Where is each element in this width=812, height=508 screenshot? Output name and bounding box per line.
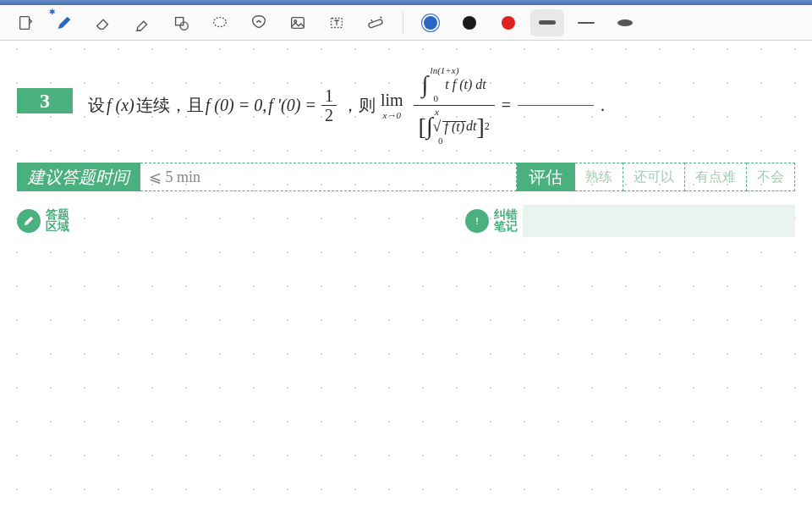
stroke-thin[interactable] (569, 9, 603, 36)
fraction-half: 1 2 (321, 86, 337, 124)
notes-area-label: 纠错 笔记 (465, 205, 795, 237)
bluetooth-icon: ✱ (49, 8, 56, 16)
pen-tool-icon[interactable]: ✱ (47, 9, 81, 36)
svg-rect-1 (176, 17, 184, 25)
shape-tool-icon[interactable] (164, 9, 198, 36)
time-value: ⩽ 5 min (140, 163, 517, 191)
svg-rect-0 (20, 16, 30, 29)
info-strip: 建议答题时间 ⩽ 5 min 评估 熟练 还可以 有点难 不会 (17, 163, 795, 191)
toolbar-divider (403, 12, 403, 34)
eval-opt-1[interactable]: 还可以 (623, 163, 685, 191)
color-red[interactable] (491, 9, 525, 36)
sticker-icon[interactable] (242, 9, 276, 36)
stroke-thick[interactable] (530, 9, 564, 36)
section-labels: 答题 区域 纠错 笔记 (17, 205, 795, 237)
toolbar: ✱ (0, 5, 812, 41)
svg-rect-7 (368, 19, 382, 28)
page-canvas[interactable]: 3 设 f (x) 连续，且 f (0) = 0, f ′(0) = 1 2 ，… (0, 41, 812, 508)
denominator-integral: x ∫ √f (t) dt 0 (426, 108, 477, 145)
svg-point-2 (180, 22, 188, 30)
stroke-oval[interactable] (608, 9, 642, 36)
pencil-circle-icon (17, 209, 41, 233)
text-tool-icon[interactable] (320, 9, 354, 36)
notes-highlight-box (523, 205, 795, 237)
color-black[interactable] (453, 9, 486, 36)
main-fraction: ln(1+x) ∫t f (t) dt 0 [ x ∫ √f (t) dt 0 (414, 64, 495, 147)
question-number: 3 (17, 88, 73, 113)
answer-blank (518, 105, 594, 106)
alert-circle-icon (465, 209, 489, 233)
color-blue[interactable] (414, 9, 447, 36)
limit: lim x→0 (381, 91, 403, 120)
lasso-icon[interactable] (203, 9, 237, 36)
eraser-icon[interactable] (86, 9, 120, 36)
highlighter-icon[interactable] (125, 9, 159, 36)
image-icon[interactable] (281, 9, 315, 36)
eval-label: 评估 (517, 163, 575, 191)
ruler-icon[interactable] (359, 9, 392, 36)
time-label: 建议答题时间 (17, 163, 140, 191)
problem-block: 3 设 f (x) 连续，且 f (0) = 0, f ′(0) = 1 2 ，… (17, 51, 795, 152)
svg-point-3 (214, 17, 227, 26)
answer-area-label: 答题 区域 (17, 205, 448, 237)
eval-opt-2[interactable]: 有点难 (685, 163, 747, 191)
eval-opt-0[interactable]: 熟练 (575, 163, 623, 191)
eval-opt-3[interactable]: 不会 (747, 163, 795, 191)
svg-rect-4 (292, 17, 304, 28)
problem-expression: 设 f (x) 连续，且 f (0) = 0, f ′(0) = 1 2 ，则 … (88, 64, 605, 147)
notebook-icon[interactable] (8, 9, 42, 36)
numerator-integral: ln(1+x) ∫t f (t) dt 0 (422, 66, 486, 103)
